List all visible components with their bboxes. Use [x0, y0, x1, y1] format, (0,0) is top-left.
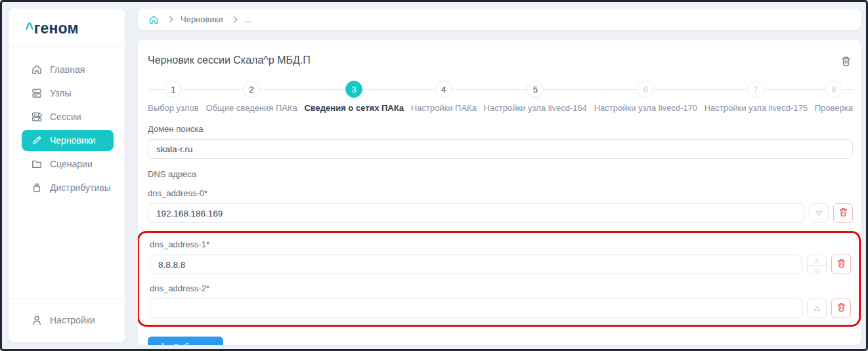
- sidebar-item-label: Главная: [50, 64, 85, 75]
- add-dns-address-button[interactable]: Добавить: [148, 337, 223, 345]
- delete-dns-address-1-button[interactable]: [831, 255, 851, 274]
- sidebar-item-label: Настройки: [50, 315, 95, 325]
- wizard-stepper: 1 Выбор узлов 2 Общие сведения ПАКа 3 Св…: [148, 81, 853, 113]
- step-circle: 7: [747, 81, 764, 98]
- stepper-step-5[interactable]: 5 Настройки узла livecd-164: [484, 81, 587, 113]
- trash-icon: [838, 207, 848, 219]
- step-label: Настройки узла livecd-170: [594, 103, 697, 113]
- breadcrumb-item-drafts[interactable]: Черновики: [181, 14, 223, 24]
- step-circle: 2: [243, 81, 260, 98]
- step-circle: 3: [345, 81, 362, 98]
- sidebar-footer: Настройки: [9, 299, 125, 342]
- stepper-step-1[interactable]: 1 Выбор узлов: [148, 81, 199, 113]
- delete-draft-button[interactable]: [839, 54, 853, 70]
- sidebar-item-label: Дистрибутивы: [50, 182, 111, 193]
- dns-address-2-input[interactable]: [150, 299, 802, 318]
- logo-caret: ^: [25, 20, 34, 37]
- step-circle: 4: [435, 81, 452, 98]
- title-row: Черновик сессии Скала^р МБД.П: [148, 54, 853, 70]
- step-label: Настройки ПАКа: [411, 103, 477, 113]
- trash-icon: [840, 56, 852, 69]
- logo[interactable]: ^геном: [9, 9, 125, 47]
- dns-address-0-input[interactable]: [148, 203, 804, 223]
- triangle-up-icon: [814, 304, 821, 314]
- dns-address-1-label: dns_address-1*: [150, 239, 851, 249]
- folder-icon: [31, 158, 43, 170]
- move-down-button[interactable]: [809, 203, 829, 223]
- dns-address-1-row: [150, 255, 851, 274]
- sidebar-item-distributions[interactable]: Дистрибутивы: [22, 177, 114, 198]
- sidebar-item-settings[interactable]: Настройки: [22, 310, 114, 331]
- triangle-up-icon: [814, 255, 820, 265]
- app-window: ^геном Главная Узлы Сессии Черновики: [0, 0, 868, 351]
- dns-address-0-row: [148, 203, 853, 223]
- sidebar-item-label: Узлы: [50, 88, 72, 98]
- step-circle: 5: [527, 81, 544, 98]
- step-label: Выбор узлов: [148, 103, 199, 113]
- stepper-step-2[interactable]: 2 Общие сведения ПАКа: [206, 81, 297, 113]
- triangle-down-icon: [814, 266, 820, 274]
- sidebar-item-drafts[interactable]: Черновики: [22, 130, 114, 151]
- flash-drive-icon: [31, 182, 43, 194]
- draft-session-card: Черновик сессии Скала^р МБД.П 1 Выбор уз…: [138, 40, 861, 345]
- sidebar-item-label: Черновики: [50, 135, 96, 146]
- chevron-right-icon: [167, 16, 173, 23]
- user-icon: [31, 314, 43, 326]
- dns-addresses-label: DNS адреса: [148, 169, 853, 179]
- move-up-button[interactable]: [807, 299, 827, 318]
- sidebar: ^геном Главная Узлы Сессии Черновики: [9, 9, 125, 342]
- stepper-step-4[interactable]: 4 Настройки ПАКа: [411, 81, 477, 113]
- stepper-step-6[interactable]: 6 Настройки узла livecd-170: [594, 81, 697, 113]
- delete-dns-address-0-button[interactable]: [833, 203, 853, 223]
- stepper-step-7[interactable]: 7 Настройки узла livecd-175: [705, 81, 808, 113]
- delete-dns-address-2-button[interactable]: [831, 299, 851, 318]
- sidebar-spacer: [9, 198, 125, 299]
- sessions-icon: [31, 111, 43, 123]
- sidebar-item-sessions[interactable]: Сессии: [22, 106, 114, 127]
- page-title: Черновик сессии Скала^р МБД.П: [148, 54, 311, 66]
- step-label: Проверка: [815, 103, 853, 113]
- content-column: Черновики ... Черновик сессии Скала^р МБ…: [138, 9, 861, 345]
- step-label: Настройки узла livecd-175: [705, 103, 808, 113]
- move-up-button[interactable]: [808, 255, 826, 265]
- move-down-button[interactable]: [808, 265, 826, 274]
- add-button-label: Добавить: [173, 342, 212, 346]
- pencil-icon: [31, 134, 43, 146]
- logo-text: геном: [34, 20, 79, 37]
- dns-address-1-input[interactable]: [150, 255, 802, 274]
- dns-address-2-label: dns_address-2*: [150, 283, 851, 293]
- sidebar-nav: Главная Узлы Сессии Черновики Сценарии Д…: [9, 47, 125, 198]
- sidebar-item-label: Сценарии: [50, 159, 93, 169]
- search-domain-input[interactable]: [148, 139, 853, 159]
- step-label: Сведения о сетях ПАКа: [304, 103, 404, 113]
- step-circle: 6: [637, 81, 654, 98]
- dns-address-2-row: [150, 299, 851, 318]
- sidebar-item-scenarios[interactable]: Сценарии: [22, 154, 114, 175]
- sidebar-item-nodes[interactable]: Узлы: [22, 83, 114, 104]
- step-label: Настройки узла livecd-164: [484, 103, 587, 113]
- sidebar-item-label: Сессии: [50, 112, 81, 122]
- trash-icon: [836, 302, 846, 314]
- breadcrumb-home-icon[interactable]: [148, 14, 159, 25]
- dns-address-0-label: dns_address-0*: [148, 188, 853, 198]
- step-circle: 1: [165, 81, 182, 98]
- plus-icon: [159, 342, 167, 345]
- search-domain-label: Домен поиска: [148, 124, 853, 134]
- sidebar-item-home[interactable]: Главная: [22, 59, 114, 80]
- red-annotation-box: dns_address-1*: [138, 231, 861, 327]
- step-label: Общие сведения ПАКа: [206, 103, 297, 113]
- home-icon: [31, 64, 43, 75]
- stepper-step-8[interactable]: 8 Проверка: [815, 81, 853, 113]
- step-circle: 8: [825, 81, 842, 98]
- triangle-down-icon: [815, 209, 823, 218]
- chevron-right-icon: [230, 16, 237, 23]
- stepper-step-3[interactable]: 3 Сведения о сетях ПАКа: [304, 81, 404, 113]
- breadcrumb: Черновики ...: [138, 9, 861, 30]
- trash-icon: [836, 258, 846, 270]
- breadcrumb-item-current: ...: [245, 14, 252, 24]
- nodes-icon: [31, 87, 43, 99]
- reorder-control: [807, 255, 827, 274]
